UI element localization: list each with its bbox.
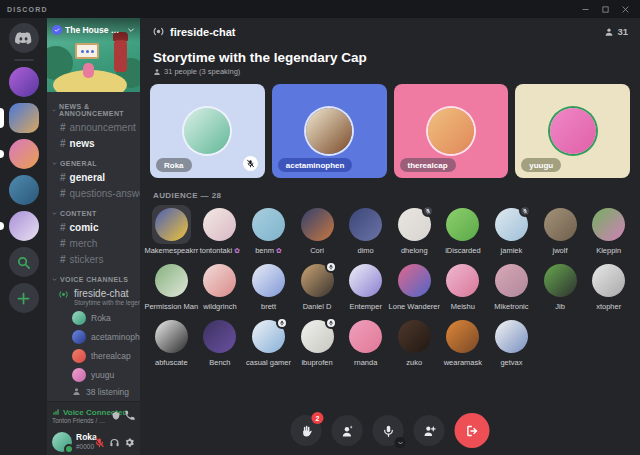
category-general[interactable]: GENERAL (47, 151, 140, 169)
server-rail (0, 18, 47, 455)
voice-user-name: Roka (91, 313, 111, 323)
category-label: NEWS & ANNOUNCEMENT (59, 103, 136, 117)
audience-member-getvax[interactable]: getvax (487, 317, 536, 367)
user-avatar[interactable] (52, 432, 72, 452)
audience-member-jamiek[interactable]: jamiek (487, 205, 536, 255)
audience-member-permission-man[interactable]: Permission Man (147, 261, 196, 311)
audience-member-name: rnanda (354, 358, 377, 367)
audience-member-wildgrinch[interactable]: wildgrinch (196, 261, 245, 311)
audience-member-name: iDiscarded (445, 246, 480, 255)
category-content[interactable]: CONTENT (47, 201, 140, 219)
voice-user-acetaminophen[interactable]: acetaminophen (47, 327, 140, 346)
audience-member-idiscarded[interactable]: iDiscarded (439, 205, 488, 255)
audience-member-miketronic[interactable]: Miketronic (487, 261, 536, 311)
channel-announcement[interactable]: #announcement (47, 119, 140, 135)
server-item-server-5[interactable] (0, 211, 47, 241)
audience-member-brett[interactable]: brett (244, 261, 293, 311)
speaker-card-roka[interactable]: Roka (150, 84, 265, 178)
audience-member-jwolf[interactable]: jwolf (536, 205, 585, 255)
audience-avatar-wrap (200, 205, 239, 244)
move-to-audience-button[interactable] (414, 415, 445, 446)
audience-member-dhelong[interactable]: dhelong (390, 205, 439, 255)
voice-user-therealcap[interactable]: therealcap (47, 346, 140, 365)
channel-name: news (70, 138, 95, 149)
audience-member-abfuscate[interactable]: abfuscate (147, 317, 196, 367)
audience-member-wearamask[interactable]: wearamask (439, 317, 488, 367)
channel-fireside-chat[interactable]: fireside-chatStorytime with the legendar… (47, 285, 140, 308)
status-badge (325, 261, 337, 273)
maximize-button[interactable] (597, 3, 613, 16)
audience-member-zuko[interactable]: zuko (390, 317, 439, 367)
audience-avatar-wrap (200, 261, 239, 300)
selected-server-pill (0, 108, 4, 128)
channel-merch[interactable]: #merch (47, 235, 140, 251)
add-server-button[interactable] (9, 283, 39, 313)
audience-member-bench[interactable]: Bench (196, 317, 245, 367)
category-voice-channels[interactable]: VOICE CHANNELS (47, 267, 140, 285)
audience-member-rnanda[interactable]: rnanda (341, 317, 390, 367)
member-count[interactable]: 31 (604, 26, 628, 37)
stage-topic-title: Storytime with the legendary Cap (140, 41, 640, 67)
rail-divider (14, 59, 34, 61)
discord-home-button[interactable] (9, 23, 39, 53)
audience-avatar-wrap (346, 261, 385, 300)
close-button[interactable] (617, 3, 633, 16)
audience-member-casual-gamer[interactable]: casual gamer (244, 317, 293, 367)
server-avatar (9, 175, 39, 205)
audience-member-kleppin[interactable]: Kleppin (584, 205, 633, 255)
audience-avatar (155, 264, 188, 297)
audience-member-ibuprofen[interactable]: ibuprofen (293, 317, 342, 367)
audience-member-makemespeakrr[interactable]: Makemespeakrr (147, 205, 196, 255)
audience-member-xtopher[interactable]: xtopher (584, 261, 633, 311)
audience-member-name: dhelong (401, 246, 428, 255)
audience-member-jib[interactable]: Jib (536, 261, 585, 311)
audience-member-dimo[interactable]: dimo (341, 205, 390, 255)
voice-user-yuugu[interactable]: yuugu (47, 365, 140, 384)
channel-questions-answers[interactable]: #questions-answers (47, 185, 140, 201)
disconnect-call-icon[interactable] (124, 410, 135, 421)
channel-stickers[interactable]: #stickers (47, 251, 140, 267)
audience-member-name: Kleppin (596, 246, 621, 255)
audience-member-daniel-d[interactable]: Daniel D (293, 261, 342, 311)
speaker-requests-button[interactable]: 2 (291, 415, 322, 446)
channel-news[interactable]: #news (47, 135, 140, 151)
server-item-server-1[interactable] (0, 67, 47, 97)
server-banner[interactable]: The House of Cap (47, 18, 140, 92)
server-avatar (9, 103, 39, 133)
noise-suppression-icon[interactable] (111, 411, 121, 421)
minimize-button[interactable] (577, 3, 593, 16)
audience-member-benm[interactable]: benm✿ (244, 205, 293, 255)
audience-member-lone-wanderer[interactable]: Lone Wanderer (390, 261, 439, 311)
user-panel: Roka #0000 (47, 429, 140, 455)
server-item-the-house-of-cap[interactable] (0, 103, 47, 133)
audience-member-meishu[interactable]: Meishu (439, 261, 488, 311)
channel-comic[interactable]: #comic (47, 219, 140, 235)
audience-avatar-wrap (492, 261, 531, 300)
settings-gear-icon[interactable] (124, 437, 135, 448)
speaker-card-yuugu[interactable]: yuugu (515, 84, 630, 178)
channel-general[interactable]: #general (47, 169, 140, 185)
audience-member-name: getvax (500, 358, 522, 367)
leave-stage-button[interactable] (455, 413, 490, 448)
audience-member-tontontaki[interactable]: tontontaki✿ (196, 205, 245, 255)
speaker-card-acetaminophen[interactable]: acetaminophen (272, 84, 387, 178)
audience-member-cori[interactable]: Cori (293, 205, 342, 255)
server-item-server-3[interactable] (0, 139, 47, 169)
server-avatar (9, 139, 39, 169)
category-news-announcement[interactable]: NEWS & ANNOUNCEMENT (47, 94, 140, 119)
invite-to-speak-button[interactable] (332, 415, 363, 446)
audience-avatar (446, 264, 479, 297)
server-item-server-4[interactable] (0, 175, 47, 205)
mute-mic-icon[interactable] (94, 437, 105, 448)
headphones-icon[interactable] (109, 437, 120, 448)
voice-user-roka[interactable]: Roka (47, 308, 140, 327)
speaker-card-therealcap[interactable]: therealcap (394, 84, 509, 178)
microphone-button[interactable] (373, 415, 404, 446)
audience-avatar-wrap (589, 205, 628, 244)
audience-member-entemper[interactable]: Entemper (341, 261, 390, 311)
server-header[interactable]: The House of Cap (47, 18, 140, 42)
explore-servers-button[interactable] (9, 247, 39, 277)
voice-status-panel: Voice Connected Tonton Friends / Firesid… (47, 401, 140, 429)
speakers-row: Rokaacetaminophentherealcapyuugu (140, 76, 640, 182)
server-avatar (9, 211, 39, 241)
